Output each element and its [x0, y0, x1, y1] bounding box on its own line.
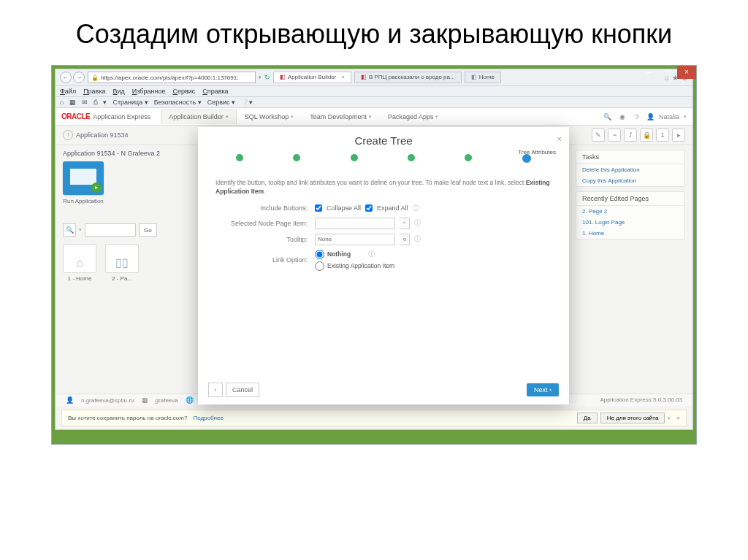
- menu-help[interactable]: Справка: [202, 88, 228, 95]
- page-card-2[interactable]: ▯▯ 2 - Pa...: [105, 244, 139, 282]
- recent-page-2[interactable]: 2. Page 2: [576, 206, 684, 217]
- spotlight-icon[interactable]: ◉: [617, 112, 627, 122]
- tooltip-select[interactable]: None: [315, 234, 395, 245]
- next-button[interactable]: Next ›: [527, 383, 559, 396]
- search-icon[interactable]: 🔍: [63, 223, 76, 237]
- browser-tab-1-label: В РПЦ рассказали о вреде ра...: [369, 73, 455, 82]
- url-text: https://apex.oracle.com/pls/apex/f?p=400…: [101, 74, 238, 81]
- help-icon[interactable]: ⓘ: [413, 204, 419, 213]
- close-tab-icon[interactable]: ×: [341, 73, 345, 82]
- footer-email: n.grafeeva@spbu.ru: [81, 397, 134, 404]
- search-input[interactable]: [85, 223, 136, 237]
- link-option-existing[interactable]: Existing Application Item: [315, 261, 394, 271]
- link-option-nothing[interactable]: Nothing ⓘ: [315, 250, 375, 259]
- toolbar-feeds-icon[interactable]: ▦: [69, 99, 76, 106]
- menu-file[interactable]: Файл: [60, 88, 76, 95]
- apex-tab-packaged[interactable]: Packaged Apps▾: [380, 110, 447, 124]
- help-icon[interactable]: ⓘ: [414, 218, 421, 228]
- back-button[interactable]: ‹: [208, 383, 223, 397]
- maximize-button[interactable]: □: [658, 66, 677, 79]
- tag-icon[interactable]: ⌁: [608, 129, 621, 142]
- page-icon[interactable]: 1: [656, 129, 669, 142]
- menu-favorites[interactable]: Избранное: [132, 88, 166, 95]
- select-dropdown-icon[interactable]: ≎: [400, 234, 410, 245]
- edit-icon[interactable]: ✎: [592, 129, 605, 142]
- apex-tab-team[interactable]: Team Development▾: [302, 110, 380, 124]
- recent-page-101[interactable]: 101. Login Page: [576, 217, 684, 228]
- help-icon[interactable]: ⓘ: [368, 250, 375, 259]
- menu-edit[interactable]: Правка: [83, 88, 105, 95]
- ie-toolbar: ⌂ ▦ ✉ ⎙ ▾ Страница ▾ Безопасность ▾ Серв…: [56, 97, 692, 108]
- wizard-step-label: Tree Attributes: [518, 149, 556, 156]
- save-password-more-link[interactable]: Подробнее: [193, 415, 224, 421]
- apex-tab-app-builder[interactable]: Application Builder▾: [161, 110, 237, 124]
- selected-node-input[interactable]: [315, 218, 395, 229]
- chevron-down-icon[interactable]: ▾: [668, 415, 671, 421]
- help-icon[interactable]: ?: [632, 112, 642, 122]
- up-level-icon[interactable]: ↑: [63, 130, 73, 140]
- menu-tools[interactable]: Сервис: [172, 88, 195, 95]
- wizard-step-3[interactable]: [351, 154, 358, 161]
- run-icon[interactable]: ▸: [672, 129, 685, 142]
- toolbar-help-icon[interactable]: ❔▾: [241, 99, 253, 106]
- search-icon[interactable]: 🔍: [603, 112, 613, 122]
- toolbar-home-icon[interactable]: ⌂: [60, 99, 64, 106]
- chevron-down-icon[interactable]: ▾: [79, 227, 82, 233]
- go-button[interactable]: Go: [139, 223, 157, 237]
- recent-page-1[interactable]: 1. Home: [576, 228, 684, 239]
- toolbar-mail-icon[interactable]: ✉: [82, 99, 88, 106]
- back-button[interactable]: ←: [60, 72, 72, 83]
- copy-application-link[interactable]: Copy this Application: [576, 175, 684, 186]
- tab-favicon: ◧: [361, 73, 367, 82]
- browser-tab-2[interactable]: ◧ Home: [465, 72, 501, 83]
- refresh-icon[interactable]: ↻: [264, 74, 270, 81]
- link-option-nothing-radio[interactable]: [315, 250, 324, 259]
- wizard-step-4[interactable]: [408, 154, 415, 161]
- user-footer-icon: 👤: [66, 396, 74, 404]
- link-option-existing-radio[interactable]: [315, 261, 324, 271]
- save-password-no[interactable]: Не для этого сайта: [600, 413, 665, 423]
- wizard-step-1[interactable]: [236, 154, 243, 161]
- tasks-panel: Tasks Delete this Application Copy this …: [576, 150, 685, 187]
- minimize-button[interactable]: –: [639, 66, 658, 79]
- page-card-home[interactable]: ⌂ 1 - Home: [63, 244, 96, 282]
- save-password-yes[interactable]: Да: [577, 413, 598, 423]
- modal-close-icon[interactable]: ×: [557, 134, 562, 143]
- close-button[interactable]: ×: [677, 66, 696, 79]
- expand-all-checkbox[interactable]: [365, 204, 373, 212]
- toolbar-tools[interactable]: Сервис ▾: [207, 99, 235, 106]
- page-card-2-label: 2 - Pa...: [105, 275, 139, 282]
- toolbar-page[interactable]: Страница ▾: [112, 99, 148, 106]
- link-existing-label: Existing Application Item: [327, 262, 394, 269]
- toolbar-safety[interactable]: Безопасность ▾: [154, 99, 202, 106]
- ie-menubar: Файл Правка Вид Избранное Сервис Справка: [56, 86, 692, 97]
- forward-button[interactable]: →: [73, 72, 85, 83]
- browser-tab-0[interactable]: ◧ Application Builder ×: [273, 72, 351, 83]
- collapse-all-checkbox[interactable]: [315, 204, 322, 212]
- footer-version: Application Express 5.0.3.00.03: [600, 396, 682, 404]
- recent-pages-heading: Recently Edited Pages: [576, 192, 684, 206]
- wizard-step-5[interactable]: [465, 154, 472, 161]
- breadcrumb-text[interactable]: Application 91534: [76, 131, 129, 139]
- play-icon: ▸: [91, 183, 102, 193]
- share-icon[interactable]: ⤴: [624, 129, 637, 142]
- user-name[interactable]: Natalia: [659, 113, 679, 120]
- apex-tab-sql[interactable]: SQL Workshop▾: [237, 110, 302, 124]
- toolbar-print-icon[interactable]: ⎙: [94, 99, 97, 106]
- lov-popup-icon[interactable]: ^: [400, 218, 410, 229]
- browser-tab-1[interactable]: ◧ В РПЦ рассказали о вреде ра...: [354, 72, 462, 83]
- wizard-step-2[interactable]: [293, 154, 300, 161]
- lock-icon: 🔒: [91, 74, 99, 81]
- cancel-button[interactable]: Cancel: [226, 383, 259, 397]
- close-icon[interactable]: ×: [676, 415, 680, 421]
- run-application-card[interactable]: ▸ Run Application: [63, 161, 104, 204]
- page-card-home-label: 1 - Home: [63, 275, 96, 282]
- browser-tab-0-label: Application Builder: [288, 73, 336, 82]
- lock-icon[interactable]: 🔒: [640, 129, 653, 142]
- delete-application-link[interactable]: Delete this Application: [576, 164, 684, 175]
- menu-view[interactable]: Вид: [113, 88, 125, 95]
- help-icon[interactable]: ⓘ: [414, 234, 421, 244]
- url-field[interactable]: 🔒 https://apex.oracle.com/pls/apex/f?p=4…: [88, 72, 256, 83]
- dropdown-icon[interactable]: ▾: [259, 74, 262, 80]
- oracle-logo: ORACLE: [61, 112, 90, 120]
